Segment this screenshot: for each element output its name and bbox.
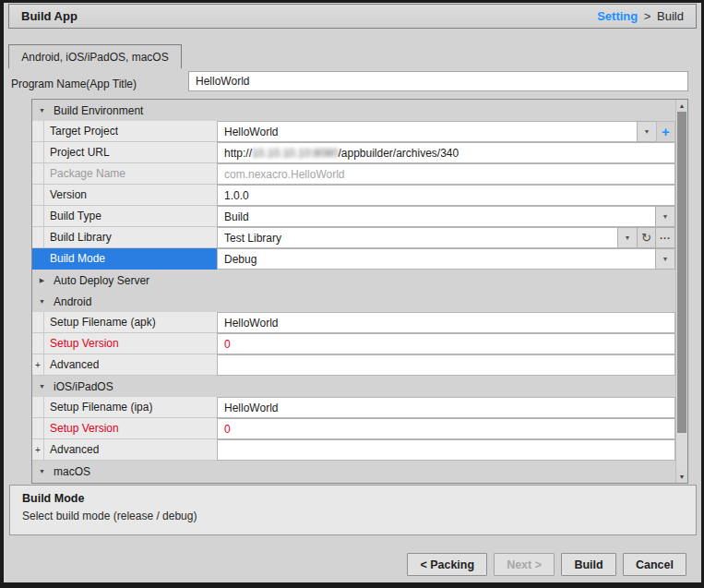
property-value-text: HelloWorld (224, 317, 278, 330)
property-row[interactable]: Build LibraryTest Library▼↻... (32, 227, 675, 248)
property-label-cell[interactable]: +Advanced (32, 439, 217, 461)
property-value-field[interactable]: HelloWorld (217, 121, 638, 142)
property-row[interactable]: Target ProjectHelloWorld▼+ (32, 121, 675, 142)
chevron-down-icon[interactable]: ▼ (655, 206, 675, 227)
chevron-down-icon[interactable]: ▼ (655, 248, 675, 270)
ellipsis-icon[interactable]: ... (655, 227, 675, 248)
property-row[interactable]: Version1.0.0 (32, 185, 675, 206)
property-value-field[interactable]: com.nexacro.HelloWorld (217, 163, 675, 185)
breadcrumb: Setting > Build (597, 9, 684, 23)
chevron-down-icon[interactable]: ▼ (637, 121, 657, 142)
next-button[interactable]: Next > (494, 553, 555, 576)
property-row[interactable]: Build ModeDebug▼ (32, 248, 675, 270)
expand-plus-icon[interactable]: + (32, 439, 44, 460)
property-value-field[interactable] (217, 354, 675, 376)
property-value-field[interactable]: 0 (217, 333, 675, 354)
property-value-text: 1.0.0 (224, 189, 249, 202)
build-app-dialog: Build App Setting > Build Android, iOS/i… (0, 0, 704, 588)
property-label-cell[interactable]: +Advanced (32, 354, 217, 376)
property-label-cell[interactable]: Build Library (32, 227, 217, 248)
section-row[interactable]: ▶Auto Deploy Server (32, 270, 675, 291)
cancel-button[interactable]: Cancel (623, 553, 686, 576)
section-label: Auto Deploy Server (47, 274, 149, 287)
property-value-text: 0 (224, 423, 231, 436)
property-value-field[interactable]: http://10.10.10.10:8080/appbuilder/archi… (217, 142, 675, 163)
expand-plus-icon[interactable]: + (32, 354, 44, 375)
property-value-area: 0 (217, 333, 675, 354)
property-label-cell[interactable]: Setup Filename (apk) (32, 312, 217, 333)
url-redacted-host: 10.10.10.10:8080 (252, 147, 338, 160)
property-row[interactable]: Setup Filename (ipa)HelloWorld (32, 397, 675, 418)
property-row[interactable]: +Advanced (32, 354, 675, 376)
property-value-text: Build (224, 210, 249, 223)
property-row[interactable]: Setup Version0 (32, 333, 675, 354)
breadcrumb-setting-link[interactable]: Setting (597, 9, 638, 23)
property-value-field[interactable]: 0 (217, 418, 675, 439)
grid-scrollbar[interactable]: ▲ ▼ (675, 100, 687, 483)
scrollbar-track[interactable] (676, 112, 687, 471)
property-value-field[interactable]: Build (217, 206, 656, 227)
collapse-arrow-icon[interactable]: ▼ (32, 468, 47, 474)
property-label: Advanced (44, 443, 99, 456)
property-value-field[interactable]: 1.0.0 (217, 185, 675, 206)
refresh-icon[interactable]: ↻ (637, 227, 656, 248)
plus-icon[interactable]: + (656, 121, 675, 142)
collapse-arrow-icon[interactable]: ▼ (32, 298, 47, 305)
property-row[interactable]: Package Namecom.nexacro.HelloWorld (32, 163, 675, 185)
property-value-field[interactable]: Test Library (217, 227, 618, 248)
description-text: Select build mode (release / debug) (22, 510, 684, 522)
property-row[interactable]: +Advanced (32, 439, 675, 461)
property-label-cell[interactable]: Setup Version (32, 333, 217, 354)
property-label-cell[interactable]: Version (32, 185, 217, 206)
section-row[interactable]: ▼Build Environment (32, 100, 675, 121)
property-row[interactable]: Setup Filename (apk)HelloWorld (32, 312, 675, 333)
property-row[interactable]: Setup Version0 (32, 418, 675, 439)
property-value-field[interactable]: HelloWorld (217, 312, 675, 333)
row-gutter (32, 142, 44, 162)
section-label: iOS/iPadOS (47, 380, 113, 393)
collapse-arrow-icon[interactable]: ▼ (32, 383, 47, 390)
property-label-cell[interactable]: Setup Filename (ipa) (32, 397, 217, 418)
program-name-input[interactable] (188, 71, 688, 91)
property-value-area (217, 439, 675, 461)
property-label: Build Type (44, 210, 101, 222)
scroll-up-icon[interactable]: ▲ (676, 100, 687, 112)
property-label-cell[interactable]: Project URL (32, 142, 217, 163)
property-value-area: HelloWorld (217, 312, 675, 333)
property-value-text: Test Library (224, 232, 281, 245)
section-row[interactable]: ▼Android (32, 291, 675, 312)
property-value-field[interactable]: Debug (217, 248, 656, 270)
section-label: Android (47, 295, 91, 308)
scroll-down-icon[interactable]: ▼ (676, 471, 687, 483)
row-gutter (32, 333, 44, 354)
collapse-arrow-icon[interactable]: ▼ (32, 107, 47, 114)
property-value-field[interactable]: HelloWorld (217, 397, 675, 418)
property-label-cell[interactable]: Build Mode (32, 248, 217, 270)
property-label: Setup Version (44, 337, 119, 350)
breadcrumb-separator: > (644, 9, 651, 23)
property-row[interactable]: Project URLhttp://10.10.10.10:8080/appbu… (32, 142, 675, 163)
property-label-cell[interactable]: Build Type (32, 206, 217, 227)
chevron-down-icon[interactable]: ▼ (617, 227, 638, 248)
property-value-area: 1.0.0 (217, 185, 675, 206)
property-label-cell[interactable]: Setup Version (32, 418, 217, 439)
property-value-field[interactable] (217, 439, 675, 461)
section-row[interactable]: ▼iOS/iPadOS (32, 376, 675, 397)
property-value-text: HelloWorld (224, 126, 278, 138)
property-label-cell[interactable]: Target Project (32, 121, 217, 142)
url-suffix: /appbuilder/archives/340 (338, 147, 459, 160)
property-value-text: 0 (224, 338, 231, 351)
row-gutter (32, 121, 44, 141)
tab-android-ios-macos[interactable]: Android, iOS/iPadOS, macOS (8, 44, 182, 68)
row-gutter (32, 312, 44, 332)
property-row[interactable]: Build TypeBuild▼ (32, 206, 675, 227)
packing-button[interactable]: < Packing (407, 553, 487, 576)
property-value-area (217, 354, 675, 376)
section-row[interactable]: ▼macOS (32, 461, 675, 482)
expand-arrow-icon[interactable]: ▶ (32, 277, 47, 284)
breadcrumb-current: Build (657, 9, 684, 23)
property-label-cell[interactable]: Package Name (32, 163, 217, 185)
property-label: Package Name (44, 167, 125, 180)
build-button[interactable]: Build (561, 553, 616, 576)
scrollbar-thumb[interactable] (677, 112, 686, 433)
